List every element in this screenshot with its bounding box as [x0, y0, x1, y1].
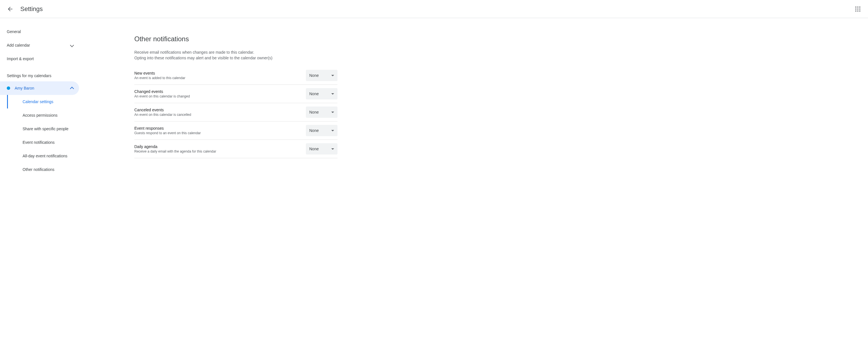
dropdown-caret-icon — [331, 75, 334, 76]
svg-point-8 — [859, 10, 860, 11]
notif-row-new-events: New events An event is added to this cal… — [134, 66, 338, 85]
notif-row-daily-agenda: Daily agenda Receive a daily email with … — [134, 140, 338, 158]
sidebar-calendar-amy-baron[interactable]: Amy Baron — [0, 81, 79, 95]
sidebar-item-general[interactable]: General — [0, 25, 79, 38]
svg-point-5 — [859, 8, 860, 9]
sidebar-section-header: Settings for my calendars — [0, 65, 79, 81]
svg-point-0 — [855, 6, 857, 8]
sidebar-item-import-export[interactable]: Import & export — [0, 52, 79, 65]
notif-dropdown-event-responses[interactable]: None — [306, 125, 338, 136]
notif-desc: Receive a daily email with the agenda fo… — [134, 149, 306, 153]
svg-point-1 — [857, 6, 859, 8]
notif-row-canceled-events: Canceled events An event on this calenda… — [134, 103, 338, 121]
dropdown-value: None — [309, 128, 318, 133]
notif-title: Canceled events — [134, 108, 306, 112]
dropdown-value: None — [309, 147, 318, 151]
svg-point-4 — [857, 8, 859, 9]
notif-dropdown-new-events[interactable]: None — [306, 70, 338, 81]
notif-row-changed-events: Changed events An event on this calendar… — [134, 85, 338, 103]
svg-point-6 — [855, 10, 857, 11]
section-description: Receive email notifications when changes… — [134, 50, 338, 61]
sidebar-subitems: Calendar settings Access permissions Sha… — [0, 95, 79, 176]
svg-point-3 — [855, 8, 857, 9]
notif-desc: An event on this calendar is cancelled — [134, 113, 306, 117]
sidebar-sub-allday-notifications[interactable]: All-day event notifications — [7, 149, 79, 163]
sidebar-sub-label: Calendar settings — [23, 100, 53, 104]
sidebar-sub-share[interactable]: Share with specific people — [7, 122, 79, 136]
notif-row-event-responses: Event responses Guests respond to an eve… — [134, 121, 338, 140]
sidebar-sub-event-notifications[interactable]: Event notifications — [7, 136, 79, 149]
notif-title: Changed events — [134, 89, 306, 94]
notif-title: Daily agenda — [134, 144, 306, 149]
svg-point-2 — [859, 6, 860, 8]
section-other-notifications: Other notifications Receive email notifi… — [134, 35, 338, 158]
sidebar-sub-label: Event notifications — [23, 140, 55, 145]
page-title: Settings — [20, 5, 43, 13]
dropdown-caret-icon — [331, 112, 334, 113]
svg-point-7 — [857, 10, 859, 11]
notif-title: New events — [134, 71, 306, 76]
sidebar-sub-label: All-day event notifications — [23, 154, 67, 158]
notif-desc: An event is added to this calendar — [134, 76, 306, 80]
chevron-up-icon — [70, 87, 74, 91]
sidebar-sub-other-notifications[interactable]: Other notifications — [7, 163, 79, 176]
section-desc-line2: Opting into these notifications may aler… — [134, 56, 273, 60]
dropdown-value: None — [309, 73, 318, 78]
chevron-down-icon — [70, 43, 74, 47]
notif-dropdown-changed-events[interactable]: None — [306, 88, 338, 100]
sidebar-sub-calendar-settings[interactable]: Calendar settings — [7, 95, 79, 109]
sidebar-item-label: Add calendar — [7, 43, 30, 48]
notif-title: Event responses — [134, 126, 306, 131]
notif-dropdown-daily-agenda[interactable]: None — [306, 143, 338, 154]
body-area: General Add calendar Import & export Set… — [0, 18, 868, 176]
arrow-left-icon — [7, 6, 13, 12]
dropdown-value: None — [309, 110, 318, 114]
sidebar-sub-label: Share with specific people — [23, 126, 69, 131]
google-apps-button[interactable] — [851, 2, 865, 16]
sidebar-item-add-calendar[interactable]: Add calendar — [0, 38, 79, 52]
sidebar: General Add calendar Import & export Set… — [0, 18, 79, 176]
notif-desc: Guests respond to an event on this calen… — [134, 131, 306, 135]
dropdown-caret-icon — [331, 93, 334, 95]
dropdown-caret-icon — [331, 130, 334, 131]
calendar-color-dot — [7, 86, 10, 90]
dropdown-caret-icon — [331, 148, 334, 150]
dropdown-value: None — [309, 91, 318, 96]
sidebar-sub-label: Access permissions — [23, 113, 58, 117]
sidebar-item-label: Import & export — [7, 57, 34, 61]
notif-dropdown-canceled-events[interactable]: None — [306, 107, 338, 118]
apps-grid-icon — [855, 6, 861, 12]
topbar: Settings — [0, 0, 868, 18]
section-title: Other notifications — [134, 35, 338, 43]
sidebar-sub-label: Other notifications — [23, 167, 55, 172]
section-desc-line1: Receive email notifications when changes… — [134, 50, 254, 55]
notif-desc: An event on this calendar is changed — [134, 94, 306, 98]
sidebar-item-label: General — [7, 29, 21, 34]
sidebar-calendar-label: Amy Baron — [15, 86, 34, 90]
back-button[interactable] — [3, 2, 17, 16]
sidebar-sub-access-permissions[interactable]: Access permissions — [7, 109, 79, 122]
main-content: Other notifications Receive email notifi… — [79, 18, 868, 176]
